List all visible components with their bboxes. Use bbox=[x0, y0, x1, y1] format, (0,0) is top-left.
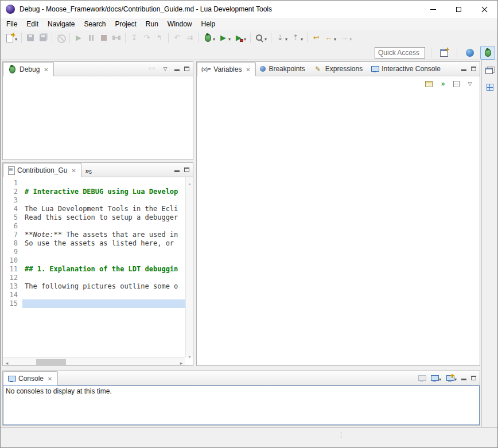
step-return-button[interactable]: ↰ bbox=[153, 32, 166, 44]
next-annotation-button[interactable]: ⇣ bbox=[274, 32, 289, 44]
debug-tree-area[interactable] bbox=[3, 76, 193, 159]
back-dropdown-icon[interactable] bbox=[334, 33, 336, 43]
line-number[interactable]: 5 bbox=[3, 213, 22, 222]
search-dropdown-icon[interactable] bbox=[264, 33, 267, 43]
run-launch-button[interactable]: ▶ bbox=[217, 32, 232, 44]
remove-all-terminated-button[interactable] bbox=[145, 63, 158, 75]
external-tools-button[interactable]: ▶ bbox=[232, 32, 248, 44]
open-perspective-button[interactable] bbox=[437, 46, 451, 60]
variables-maximize-button[interactable] bbox=[469, 63, 478, 75]
forward-button[interactable]: → bbox=[338, 32, 353, 44]
close-icon[interactable] bbox=[42, 65, 49, 73]
line-number[interactable]: 7 bbox=[3, 231, 22, 239]
previous-annotation-button[interactable]: ⇡ bbox=[289, 32, 305, 44]
next-annotation-dropdown-icon[interactable] bbox=[285, 33, 287, 43]
drop-to-frame-button[interactable]: ↶ bbox=[171, 32, 184, 44]
console-minimize-button[interactable] bbox=[460, 372, 468, 384]
pin-console-button[interactable] bbox=[416, 372, 427, 384]
new-dropdown-icon[interactable] bbox=[15, 33, 17, 43]
display-console-dropdown-icon[interactable] bbox=[439, 373, 441, 383]
line-number[interactable]: 15 bbox=[3, 299, 22, 308]
line-number[interactable]: 10 bbox=[3, 256, 22, 265]
step-over-button[interactable]: ↷ bbox=[141, 32, 153, 44]
collapse-all-button[interactable] bbox=[452, 77, 461, 90]
menu-edit[interactable]: Edit bbox=[22, 18, 43, 30]
scrollbar-thumb[interactable] bbox=[36, 359, 66, 365]
save-button[interactable] bbox=[24, 32, 37, 44]
close-icon[interactable] bbox=[244, 65, 251, 73]
scroll-right-icon[interactable] bbox=[177, 358, 185, 365]
disconnect-button[interactable] bbox=[110, 32, 123, 44]
editor-vertical-scrollbar[interactable] bbox=[185, 177, 193, 357]
tab-contribution-guide[interactable]: Contribution_Gu bbox=[3, 163, 81, 177]
menu-run[interactable]: Run bbox=[141, 18, 163, 30]
debug-perspective-button[interactable] bbox=[480, 46, 495, 60]
editor-minimize-button[interactable] bbox=[173, 163, 181, 176]
debug-maximize-button[interactable] bbox=[182, 63, 191, 75]
line-number[interactable]: 4 bbox=[3, 205, 22, 213]
line-number[interactable]: 1 bbox=[3, 179, 22, 188]
back-button[interactable]: ← bbox=[322, 32, 338, 44]
line-number[interactable]: 12 bbox=[3, 274, 22, 282]
search-button[interactable] bbox=[253, 32, 269, 44]
show-logical-structures-button[interactable] bbox=[437, 77, 449, 90]
minimized-view-button[interactable] bbox=[485, 81, 495, 94]
new-wizard-button[interactable] bbox=[3, 32, 19, 44]
close-icon[interactable] bbox=[46, 375, 53, 383]
skip-all-breakpoints-button[interactable] bbox=[55, 32, 67, 44]
line-number[interactable]: 8 bbox=[3, 239, 22, 248]
editor-tab-overflow[interactable]: » 5 bbox=[81, 167, 95, 177]
window-close-button[interactable] bbox=[472, 1, 497, 18]
close-icon[interactable] bbox=[70, 166, 77, 174]
tab-debug[interactable]: Debug bbox=[3, 62, 54, 76]
use-step-filters-button[interactable]: ⇉ bbox=[184, 32, 196, 44]
line-number[interactable]: 6 bbox=[3, 222, 22, 231]
restore-views-button[interactable] bbox=[484, 64, 496, 76]
step-into-button[interactable]: ↧ bbox=[128, 32, 141, 44]
line-number[interactable]: 13 bbox=[3, 282, 22, 291]
show-type-names-button[interactable] bbox=[423, 77, 434, 90]
line-number[interactable]: 2 bbox=[3, 188, 22, 196]
scroll-left-icon[interactable] bbox=[3, 358, 11, 365]
debug-view-menu-button[interactable] bbox=[159, 63, 172, 75]
editor-horizontal-scrollbar[interactable] bbox=[3, 357, 185, 365]
quick-access-input[interactable] bbox=[375, 47, 425, 59]
resume-button[interactable]: ▶ bbox=[72, 32, 85, 44]
line-number[interactable]: 11 bbox=[3, 265, 22, 274]
window-minimize-button[interactable] bbox=[420, 1, 446, 18]
forward-dropdown-icon[interactable] bbox=[349, 33, 352, 43]
previous-annotation-dropdown-icon[interactable] bbox=[301, 33, 303, 43]
tab-variables[interactable]: (x)= Variables bbox=[197, 62, 256, 76]
line-number[interactable]: 9 bbox=[3, 248, 22, 256]
scroll-down-icon[interactable] bbox=[186, 350, 193, 357]
menu-search[interactable]: Search bbox=[79, 18, 110, 30]
scroll-up-icon[interactable] bbox=[186, 177, 193, 184]
window-maximize-button[interactable] bbox=[446, 1, 472, 18]
run-dropdown-icon[interactable] bbox=[228, 33, 231, 43]
last-edit-location-button[interactable]: ↩ bbox=[310, 32, 322, 44]
drag-handle-icon[interactable] bbox=[338, 431, 344, 439]
open-console-dropdown-icon[interactable] bbox=[454, 373, 457, 383]
tab-expressions[interactable]: Expressions bbox=[309, 62, 367, 76]
suspend-button[interactable] bbox=[85, 32, 98, 44]
menu-help[interactable]: Help bbox=[197, 18, 220, 30]
tab-interactive-console[interactable]: Interactive Console bbox=[367, 62, 445, 76]
external-tools-dropdown-icon[interactable] bbox=[244, 33, 246, 43]
editor-text-area[interactable]: 1 2# Interactive DEBUG using Lua Develop… bbox=[3, 177, 185, 357]
console-maximize-button[interactable] bbox=[469, 372, 478, 384]
tab-breakpoints[interactable]: Breakpoints bbox=[256, 62, 309, 76]
variables-view-menu-button[interactable] bbox=[464, 77, 476, 90]
variables-tree-area[interactable] bbox=[197, 91, 480, 365]
debug-dropdown-icon[interactable] bbox=[213, 33, 215, 43]
menu-file[interactable]: File bbox=[2, 18, 22, 30]
menu-window[interactable]: Window bbox=[163, 18, 197, 30]
line-number[interactable]: 14 bbox=[3, 291, 22, 299]
terminate-button[interactable] bbox=[98, 32, 110, 44]
line-number[interactable]: 3 bbox=[3, 196, 22, 205]
lua-perspective-button[interactable] bbox=[463, 46, 477, 60]
tab-console[interactable]: Console bbox=[3, 371, 58, 385]
display-selected-console-button[interactable] bbox=[429, 372, 443, 384]
editor-maximize-button[interactable] bbox=[182, 163, 191, 176]
debug-launch-button[interactable] bbox=[201, 32, 217, 44]
open-console-button[interactable] bbox=[444, 372, 458, 384]
